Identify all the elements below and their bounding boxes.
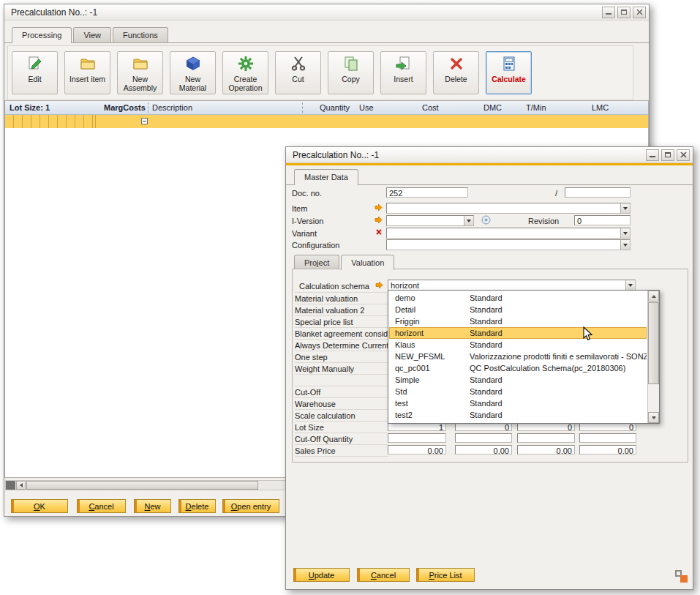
tree-expander-icon[interactable] — [141, 118, 148, 124]
chevron-down-icon[interactable] — [464, 216, 473, 225]
cancel-button[interactable]: Cancel — [357, 568, 410, 582]
dropdown-item-simple[interactable]: SimpleStandard — [389, 374, 647, 386]
price-list-button[interactable]: Price List — [416, 568, 475, 582]
create-operation-button[interactable]: Create Operation — [222, 51, 268, 94]
tab-master-data[interactable]: Master Data — [294, 169, 358, 185]
splitter-handle[interactable] — [6, 481, 15, 490]
link-arrow-icon[interactable] — [375, 281, 383, 291]
grid-header[interactable]: Lot Size: 1 MargCosts Description Quanti… — [5, 101, 648, 115]
dropdown-item-detail[interactable]: DetailStandard — [389, 304, 647, 315]
revision-field[interactable]: 0 — [574, 215, 631, 225]
use-header: Use — [359, 103, 374, 112]
ok-button[interactable]: OK — [11, 499, 68, 513]
row-lot-size[interactable]: Lot Size — [295, 422, 388, 433]
sales-price-field-2[interactable]: 0.00 — [455, 445, 512, 454]
sales-price-field-4[interactable]: 0.00 — [579, 445, 636, 454]
row-one-step[interactable]: One step — [295, 351, 388, 363]
row-material-valuation-2[interactable]: Material valuation 2 — [295, 304, 388, 316]
maximize-icon[interactable] — [617, 7, 631, 18]
link-arrow-icon[interactable] — [375, 216, 383, 225]
row-scale-calculation[interactable]: Scale calculation — [295, 410, 388, 422]
scroll-up-icon[interactable] — [648, 291, 659, 302]
dropdown-item-qc-pc001[interactable]: qc_pc001QC PostCalculation Schema(pc_201… — [389, 362, 647, 374]
tab-valuation[interactable]: Valuation — [341, 255, 394, 270]
copy-button[interactable]: Copy — [328, 51, 374, 94]
doc-no-field-2[interactable] — [565, 187, 631, 198]
insert-item-button[interactable]: Insert item — [64, 51, 110, 94]
row-sales-price[interactable]: Sales Price — [295, 445, 388, 457]
configuration-combo[interactable] — [386, 239, 631, 250]
calculate-icon — [500, 55, 518, 72]
tab-project[interactable]: Project — [294, 255, 339, 269]
toolbar: Edit Insert item New Assembly New Materi… — [7, 45, 633, 100]
scrollbar-thumb[interactable] — [648, 302, 659, 384]
calculate-button[interactable]: Calculate — [486, 51, 532, 94]
new-material-button[interactable]: New Material — [170, 51, 216, 94]
calc-schema-combo[interactable]: horizont — [388, 280, 636, 291]
master-window-titlebar[interactable]: Precalculation No..: -1 — [286, 147, 693, 163]
version-list-icon[interactable] — [481, 215, 491, 226]
row-special-price-list[interactable]: Special price list — [295, 316, 388, 328]
doc-no-field[interactable]: 252 — [386, 187, 468, 198]
sales-price-field-1[interactable]: 0.00 — [388, 445, 446, 454]
item-combo[interactable] — [386, 203, 631, 214]
dropdown-item-new-pfsml[interactable]: NEW_PFSMLValorizzazione prodotti finiti … — [389, 351, 647, 362]
delete-button[interactable]: Delete — [433, 51, 479, 94]
selected-grid-row[interactable] — [5, 115, 648, 128]
row-always-determine[interactable]: Always Determine Current M — [295, 340, 388, 351]
cutoff-qty-field-2[interactable] — [455, 433, 512, 443]
minimize-icon[interactable] — [646, 149, 659, 161]
chevron-down-icon[interactable] — [625, 280, 635, 290]
chevron-down-icon[interactable] — [620, 240, 630, 250]
cutoff-qty-field-4[interactable] — [579, 433, 636, 443]
row-cutoff-quantity[interactable]: Cut-Off Quantity — [295, 433, 388, 445]
tab-processing[interactable]: Processing — [12, 27, 72, 43]
iversion-combo[interactable] — [386, 215, 474, 226]
cancel-button[interactable]: Cancel — [77, 499, 126, 513]
copy-button-label: Copy — [342, 75, 360, 83]
new-assembly-button[interactable]: New Assembly — [117, 51, 163, 94]
link-arrow-icon[interactable] — [375, 203, 383, 213]
dropdown-item-horizont[interactable]: horizontStandard — [389, 327, 647, 339]
dropdown-item-klaus[interactable]: KlausStandard — [389, 339, 647, 351]
sales-price-field-3[interactable]: 0.00 — [517, 445, 575, 454]
dropdown-item-friggin[interactable]: FrigginStandard — [389, 315, 647, 327]
row-cut-off[interactable]: Cut-Off — [295, 386, 388, 398]
dropdown-item-test2[interactable]: test2Standard — [389, 409, 647, 421]
maximize-icon[interactable] — [661, 149, 674, 161]
resize-grip-icon[interactable] — [675, 570, 688, 583]
chevron-down-icon[interactable] — [620, 228, 630, 238]
main-window-titlebar[interactable]: Precalculation No..: -1 — [4, 4, 649, 20]
new-button[interactable]: New — [134, 499, 171, 513]
scroll-down-icon[interactable] — [648, 412, 659, 423]
minimize-icon[interactable] — [602, 7, 615, 18]
row-weight-manually[interactable]: Weight Manually — [295, 363, 388, 375]
chevron-down-icon[interactable] — [620, 203, 630, 213]
dropdown-item-test[interactable]: testStandard — [389, 397, 647, 409]
cut-button[interactable]: Cut — [275, 51, 321, 94]
cutoff-qty-field-1[interactable] — [388, 433, 446, 443]
row-warehouse[interactable]: Warehouse — [295, 398, 388, 410]
insert-button[interactable]: Insert — [380, 51, 426, 94]
open-entry-button[interactable]: Open entry — [222, 499, 279, 513]
dropdown-item-std[interactable]: StdStandard — [389, 386, 647, 397]
main-tabstrip: Processing View Functions — [12, 27, 170, 43]
tab-functions[interactable]: Functions — [113, 27, 168, 42]
scrollbar-thumb[interactable] — [26, 481, 258, 490]
close-icon[interactable] — [633, 7, 646, 18]
delete-row-button[interactable]: Delete — [178, 499, 216, 513]
insert-icon — [395, 55, 413, 72]
row-blanket-agreement[interactable]: Blanket agreement consider — [295, 328, 388, 340]
update-button[interactable]: Update — [293, 568, 350, 582]
row-empty — [295, 375, 388, 386]
item-name: Simple — [395, 375, 420, 384]
dropdown-scrollbar[interactable] — [647, 291, 659, 423]
scroll-left-icon[interactable] — [16, 481, 26, 490]
close-icon[interactable] — [677, 149, 690, 161]
edit-button[interactable]: Edit — [12, 51, 58, 94]
tab-view[interactable]: View — [73, 27, 111, 42]
variant-combo[interactable] — [386, 228, 631, 239]
row-material-valuation[interactable]: Material valuation — [295, 293, 388, 304]
dropdown-item-demo[interactable]: demoStandard — [389, 292, 647, 304]
cutoff-qty-field-3[interactable] — [517, 433, 575, 443]
